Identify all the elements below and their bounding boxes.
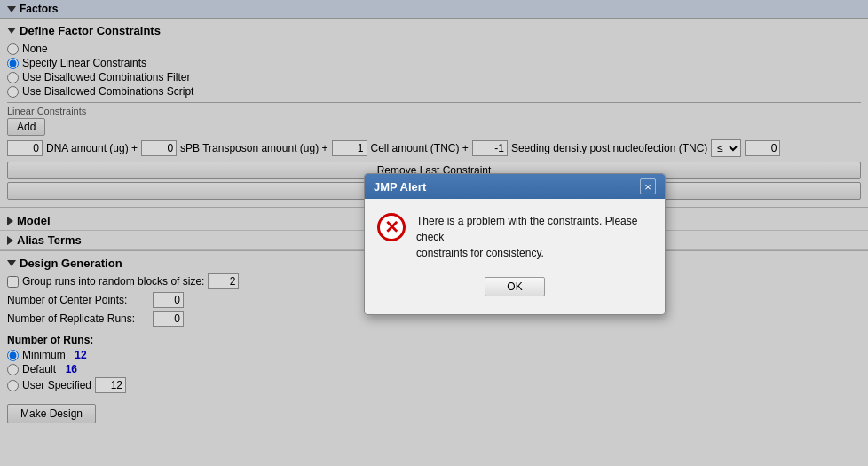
alert-footer: OK [365, 270, 665, 307]
alert-dialog: JMP Alert × ✕ There is a problem with th… [364, 173, 666, 315]
alert-message: There is a problem with the constraints.… [416, 213, 652, 261]
alert-titlebar: JMP Alert × [365, 174, 665, 199]
modal-overlay: JMP Alert × ✕ There is a problem with th… [0, 0, 868, 466]
alert-message-line1: There is a problem with the constraints.… [416, 215, 637, 243]
main-panel: Factors Define Factor Constraints None S… [0, 0, 868, 466]
error-icon: ✕ [377, 213, 406, 241]
alert-body: ✕ There is a problem with the constraint… [365, 199, 665, 270]
alert-ok-button[interactable]: OK [485, 277, 544, 296]
alert-close-button[interactable]: × [640, 178, 656, 194]
alert-title: JMP Alert [374, 180, 426, 194]
error-icon-symbol: ✕ [384, 217, 399, 238]
alert-message-line2: constraints for consistency. [416, 247, 544, 259]
